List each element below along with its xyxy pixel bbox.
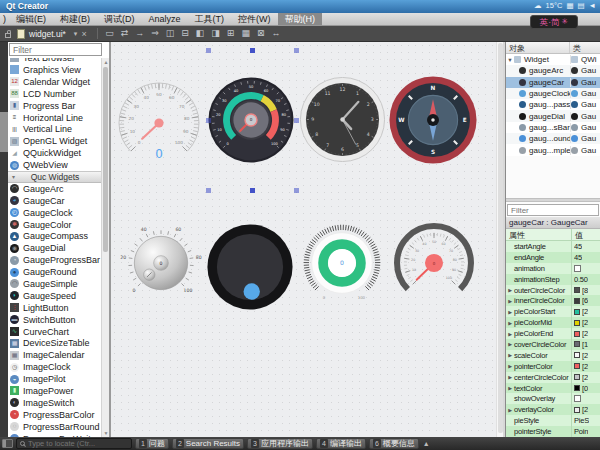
tray-icon-calendar[interactable]: ▤ — [577, 1, 584, 10]
output-pane-button[interactable]: 4编译输出 — [316, 438, 366, 449]
property-row[interactable]: startAngle45 — [506, 241, 600, 252]
widget-item[interactable]: 88LCD Number — [8, 88, 102, 100]
widget-item[interactable]: ◒ImagePilot — [8, 373, 102, 385]
gauge-arc-widget[interactable]: 01020304050607080901000 — [113, 77, 205, 169]
titlebar[interactable]: Qt Creator ☁ 15°C ▦ ▤ ◄ — [0, 0, 600, 13]
layout-horizontal-icon[interactable]: ◫ — [166, 26, 175, 41]
property-row[interactable]: ▶textColor[0 — [506, 383, 600, 394]
widget-item[interactable]: ◔GaugeProgressBar — [8, 254, 102, 266]
property-row[interactable]: ▶outerCircleColor[8 — [506, 285, 600, 296]
edit-signals-slots-icon[interactable]: ⇄ — [121, 26, 129, 41]
inspector-row[interactable]: gaug...mpleGau — [506, 144, 600, 155]
inspector-row[interactable]: gaug...oundGau — [506, 133, 600, 144]
inspector-row[interactable]: gaugeArcGau — [506, 65, 600, 76]
scroll-down-icon[interactable]: ▼ — [102, 430, 110, 436]
widget-item[interactable]: ◔ProgressBarColor — [8, 409, 102, 421]
inspector-row[interactable]: ▼WidgetQWi — [506, 54, 600, 65]
edit-tab-order-icon[interactable]: ⇒ — [151, 26, 159, 41]
gauge-round-widget[interactable] — [207, 224, 293, 310]
scroll-up-icon[interactable]: ▲ — [102, 59, 110, 65]
menu-item[interactable]: 编辑(E) — [9, 13, 53, 25]
scrollbar-thumb[interactable] — [498, 43, 503, 433]
inspector-row[interactable]: gaugeDialGau — [506, 110, 600, 121]
edit-buddies-icon[interactable]: → — [135, 26, 144, 41]
widget-item[interactable]: ✱GaugeColor — [8, 219, 102, 231]
widget-item[interactable]: ▦DeviceSizeTable — [8, 337, 102, 349]
property-row[interactable]: ▶pieColorStart[2 — [506, 306, 600, 317]
inspector-row[interactable]: gaug...sBarGau — [506, 122, 600, 133]
output-pane-button[interactable]: 6概要信息 — [369, 438, 419, 449]
widget-item[interactable]: ◍QWebView — [8, 159, 102, 171]
gauge-car-widget[interactable]: 01020304050607080901000 — [208, 77, 294, 163]
weather-icon[interactable]: ☁ — [534, 1, 542, 10]
canvas-scrollbar[interactable] — [496, 42, 503, 437]
lock-icon[interactable] — [5, 33, 11, 38]
property-filter-input[interactable] — [507, 204, 599, 216]
scrollbar-thumb[interactable] — [103, 67, 108, 252]
tray-icon-briefcase[interactable]: ▦ — [566, 1, 573, 10]
menu-item[interactable]: 调试(D) — [97, 13, 142, 25]
property-row[interactable]: endAngle45 — [506, 252, 600, 263]
document-tab[interactable]: widget.ui* — [29, 29, 66, 39]
menu-item[interactable]: 帮助(H) — [278, 13, 323, 25]
property-row[interactable]: ▶innerCircleColor[6 — [506, 295, 600, 306]
selection-handle[interactable] — [250, 188, 255, 193]
widget-item[interactable]: ◐ImageSwitch — [8, 397, 102, 409]
class-column-header[interactable]: 类 — [570, 42, 581, 53]
panes-expand-icon[interactable]: ▲ — [423, 440, 430, 447]
selection-handle[interactable] — [294, 48, 299, 53]
widget-item[interactable]: ◴GaugeClock — [8, 207, 102, 219]
gauge-progressbar-widget[interactable]: 00100 — [298, 219, 386, 307]
widget-item[interactable]: |||Vertical Line — [8, 123, 102, 135]
chevron-down-icon[interactable]: ▾ — [74, 30, 78, 38]
layout-vertical-splitter-icon[interactable]: ◨ — [211, 26, 220, 41]
locator-input[interactable] — [28, 439, 128, 448]
widget-item[interactable]: ▲GaugeCompass — [8, 230, 102, 242]
gauge-simple-widget[interactable]: 01020304050607080901000 — [391, 220, 477, 306]
widget-item[interactable]: ◗GaugeSpeed — [8, 290, 102, 302]
form-canvas[interactable]: 01020304050607080901000 0102030405060708… — [110, 42, 503, 437]
selection-handle[interactable] — [250, 48, 255, 53]
property-row[interactable]: ▶scaleColor[2 — [506, 350, 600, 361]
widget-item[interactable]: ◠GaugeSimple — [8, 278, 102, 290]
menu-item[interactable]: Analyze — [142, 13, 188, 25]
layout-grid-icon[interactable]: ▦ — [241, 26, 250, 41]
widget-item[interactable]: ◌ProgressBarRound — [8, 421, 102, 433]
tray-icon-sound[interactable]: ◄ — [589, 1, 596, 10]
property-row[interactable]: ▶pointerColor[2 — [506, 361, 600, 372]
widget-item[interactable]: ∿CurveChart — [8, 326, 102, 338]
property-row[interactable]: ▶coverCircleColor[1 — [506, 339, 600, 350]
layout-horizontal-splitter-icon[interactable]: ◧ — [196, 26, 205, 41]
menu-item-partial[interactable]: ) — [0, 13, 9, 25]
gauge-clock-widget[interactable]: 123456789101112 — [300, 77, 385, 162]
selection-handle[interactable] — [206, 48, 211, 53]
output-pane-button[interactable]: 2Search Results — [172, 438, 244, 449]
widget-item[interactable]: ◷ImageClock — [8, 361, 102, 373]
property-row[interactable]: animationStep0.50 — [506, 274, 600, 285]
property-value-column-header[interactable]: 值 — [572, 229, 583, 240]
widget-item[interactable]: ▮Progress Bar — [8, 100, 102, 112]
widget-item[interactable]: ▦ImageCalendar — [8, 349, 102, 361]
property-row[interactable]: showOverlay — [506, 393, 600, 404]
edit-widgets-icon[interactable]: ▭ — [105, 26, 114, 41]
property-row[interactable]: animation — [506, 263, 600, 274]
gauge-dial-widget[interactable]: 0204060801000 — [115, 217, 207, 309]
gauge-compass-widget[interactable]: NESW — [389, 76, 477, 164]
widget-item[interactable]: ▬SwitchButton — [8, 314, 102, 326]
inspector-row[interactable]: gaug...passGau — [506, 99, 600, 110]
selection-handle[interactable] — [294, 118, 299, 123]
menu-item[interactable]: 构建(B) — [53, 13, 97, 25]
object-column-header[interactable]: 对象 — [506, 42, 570, 53]
widget-item[interactable]: ◠GaugeArc — [8, 183, 102, 195]
checkbox[interactable] — [574, 395, 581, 402]
adjust-size-icon[interactable]: ↔ — [271, 26, 280, 41]
menu-item[interactable]: 工具(T) — [188, 13, 232, 25]
widget-item[interactable]: ▮ImagePower — [8, 385, 102, 397]
property-row[interactable]: pieStylePieS — [506, 415, 600, 426]
break-layout-icon[interactable]: ⊠ — [257, 26, 265, 41]
widget-section-header[interactable]: ▾Quc Widgets — [8, 171, 102, 183]
checkbox[interactable] — [574, 265, 581, 272]
inspector-row[interactable]: gaugeCarGau — [506, 77, 600, 88]
property-name-column-header[interactable]: 属性 — [506, 229, 572, 240]
widget-list-scrollbar[interactable]: ▲ ▼ — [101, 58, 109, 437]
